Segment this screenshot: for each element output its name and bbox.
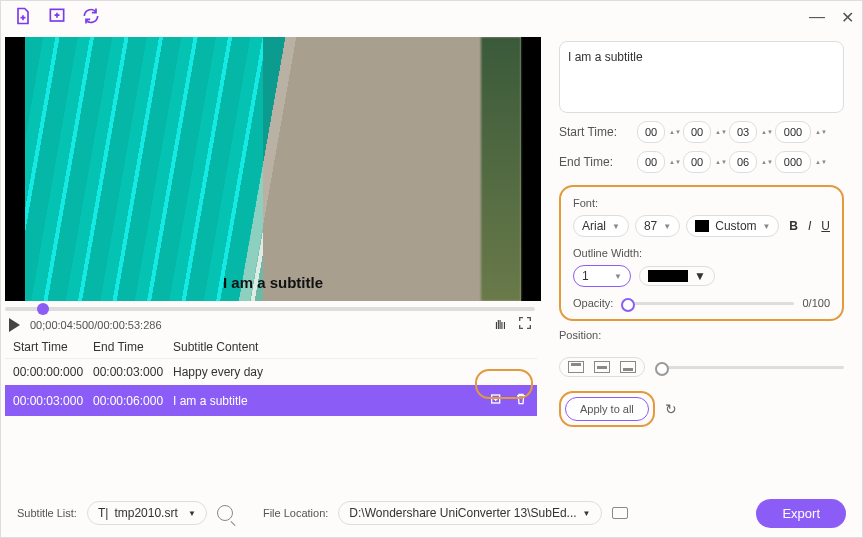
outline-width-select[interactable]: 1▼ [573,265,631,287]
start-h[interactable] [637,121,665,143]
position-label: Position: [559,329,844,341]
subtitle-text-input[interactable] [559,41,844,113]
minimize-button[interactable]: — [809,8,825,26]
outline-label: Outline Width: [573,247,830,259]
end-h[interactable] [637,151,665,173]
end-ms[interactable] [775,151,811,173]
add-file-icon[interactable] [13,6,33,29]
position-slider[interactable] [655,366,844,369]
opacity-label: Opacity: [573,297,613,309]
position-middle-button[interactable] [594,361,610,373]
search-icon[interactable] [217,505,233,521]
seek-bar[interactable] [5,307,535,311]
italic-button[interactable]: I [808,219,811,233]
font-label: Font: [573,197,830,209]
delete-subtitle-icon[interactable] [513,391,529,410]
file-location-label: File Location: [263,507,328,519]
video-preview[interactable]: I am a subtitle [5,37,541,301]
bold-button[interactable]: B [789,219,798,233]
start-ms[interactable] [775,121,811,143]
fullscreen-icon[interactable] [517,315,533,334]
font-color-select[interactable]: Custom▼ [686,215,779,237]
export-button[interactable]: Export [756,499,846,528]
opacity-slider[interactable] [621,302,794,305]
end-s[interactable] [729,151,757,173]
file-location-select[interactable]: D:\Wondershare UniConverter 13\SubEd...▼ [338,501,601,525]
play-button[interactable] [9,318,20,332]
opacity-value: 0/100 [802,297,830,309]
end-time-label: End Time: [559,155,631,169]
subtitle-table-header: Start Time End Time Subtitle Content [5,336,537,359]
playback-time: 00;00:04:500/00:00:53:286 [30,319,162,331]
font-size-select[interactable]: 87▼ [635,215,680,237]
subtitle-list-select[interactable]: T|tmp2010.srt▼ [87,501,207,525]
add-clip-icon[interactable] [47,6,67,29]
position-top-button[interactable] [568,361,584,373]
end-m[interactable] [683,151,711,173]
waveform-icon[interactable]: ıllıı [495,318,505,332]
start-m[interactable] [683,121,711,143]
apply-to-all-button[interactable]: Apply to all [565,397,649,421]
subtitle-list-label: Subtitle List: [17,507,77,519]
open-folder-icon[interactable] [612,507,628,519]
add-subtitle-icon[interactable] [489,391,505,410]
refresh-sync-icon[interactable] [81,6,101,29]
table-row[interactable]: 00:00:03:000 00:00:06:000 I am a subtitl… [5,385,537,416]
table-row[interactable]: 00:00:00:000 00:00:03:000 Happy every da… [5,359,537,385]
start-time-label: Start Time: [559,125,631,139]
close-button[interactable]: ✕ [841,8,854,27]
start-s[interactable] [729,121,757,143]
reset-icon[interactable]: ↻ [665,401,677,417]
position-bottom-button[interactable] [620,361,636,373]
font-family-select[interactable]: Arial▼ [573,215,629,237]
outline-color-select[interactable]: ▼ [639,266,715,286]
subtitle-overlay: I am a subtitle [223,274,323,291]
underline-button[interactable]: U [821,219,830,233]
